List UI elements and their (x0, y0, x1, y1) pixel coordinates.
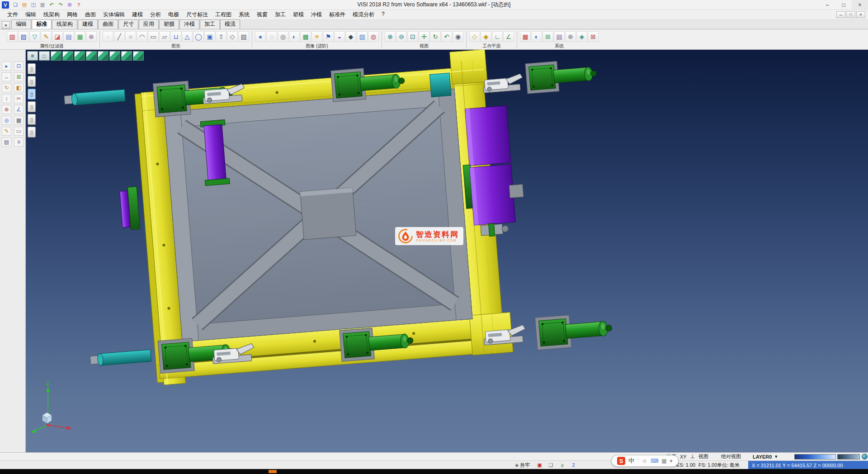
attribute-paint-icon[interactable]: ▧ (7, 31, 18, 42)
plane-icon[interactable]: ▭ (14, 127, 24, 136)
gray-connector[interactable] (509, 184, 524, 198)
saved-view-6[interactable]: ▯ (28, 127, 36, 137)
tab-standard[interactable]: 标准 (32, 19, 52, 29)
flag-tray-icon[interactable]: ▣ (536, 462, 543, 469)
mdi-close-button[interactable]: × (856, 11, 865, 18)
shaded-view-icon[interactable]: ● (255, 31, 266, 42)
tab-machining[interactable]: 加工 (200, 19, 220, 29)
texture-icon[interactable]: ▩ (300, 31, 311, 42)
ime-skin-icon[interactable]: ▦ (661, 458, 666, 464)
plane-xy-icon[interactable]: ◇ (469, 31, 480, 42)
measure-icon[interactable]: ∠ (14, 105, 24, 114)
box-select-icon[interactable]: ⊡ (14, 62, 24, 71)
arc-icon[interactable]: ◠ (137, 31, 147, 42)
dynamic-view-icon[interactable] (133, 51, 144, 61)
maximize-button[interactable]: □ (835, 0, 852, 9)
layer-dropdown-icon[interactable]: ▾ (775, 453, 778, 460)
attribute-copy-icon[interactable]: ▨ (18, 31, 29, 42)
saved-view-4[interactable]: ▯ (28, 101, 36, 112)
teal-cylinder-top-left[interactable] (64, 90, 126, 106)
material-icon[interactable]: ◆ (345, 31, 356, 42)
tab-edit[interactable]: 编辑 (11, 19, 31, 29)
render-icon[interactable]: ◍ (368, 31, 379, 42)
annotate-icon[interactable]: ✎ (2, 127, 11, 136)
globe-icon[interactable]: ◐ (531, 31, 542, 42)
ime-mode-toggle[interactable]: 中 (628, 457, 634, 465)
wireframe-view-icon[interactable]: ◌ (266, 31, 277, 42)
os-taskbar[interactable] (0, 469, 868, 474)
previous-view-icon[interactable]: ↶ (441, 31, 452, 42)
list-icon[interactable]: ≡ (14, 137, 24, 147)
clamp-cylinder-top-right[interactable] (525, 58, 598, 94)
tab-flow[interactable]: 模流 (220, 19, 240, 29)
bottom-view-icon[interactable] (121, 51, 132, 61)
trim-icon[interactable]: ✂ (14, 94, 24, 103)
saved-view-3[interactable]: ▯ (28, 89, 36, 100)
minimize-button[interactable]: – (819, 0, 835, 9)
filter-add-icon[interactable]: ▽ (29, 31, 40, 42)
menu-item[interactable]: 文件 (4, 11, 22, 19)
color-grid-icon[interactable]: ▦ (520, 31, 531, 42)
extrude-icon[interactable]: ⇧ (216, 31, 226, 42)
menu-item[interactable]: 编辑 (22, 11, 40, 19)
sphere-icon[interactable]: ◯ (193, 31, 204, 42)
front-view-icon[interactable] (62, 51, 73, 61)
mdi-minimize-button[interactable]: – (836, 11, 845, 18)
clamp-cylinder-bottom-right[interactable] (535, 312, 613, 350)
viewport-layout-icon[interactable]: ≡ (27, 51, 38, 61)
sogou-logo-icon[interactable]: S (617, 457, 625, 465)
left-edge-fitting[interactable] (119, 186, 140, 230)
tab-application[interactable]: 应用 (139, 19, 159, 29)
menu-item[interactable]: ? (378, 11, 388, 19)
ime-menu-icon[interactable]: ▾ (670, 458, 673, 464)
single-viewport-icon[interactable]: □ (39, 51, 50, 61)
purple-clamp-block-upper[interactable] (465, 106, 511, 166)
flag-icon[interactable]: ⚑ (323, 31, 334, 42)
camera-icon[interactable]: ◉ (453, 31, 463, 42)
delete-icon[interactable]: ⊗ (2, 105, 11, 114)
hidden-line-icon[interactable]: ◎ (278, 31, 288, 42)
dimension-icon[interactable]: ◎ (2, 116, 11, 125)
help-icon[interactable]: ? (75, 1, 83, 9)
save-icon[interactable]: ◫ (29, 1, 38, 9)
line-icon[interactable]: ╱ (114, 31, 125, 42)
menu-item[interactable]: 工程图 (212, 11, 235, 19)
ime-emoji-icon[interactable]: ☺ (642, 458, 647, 464)
material-swatch[interactable] (837, 454, 860, 460)
plane-angle-icon[interactable]: ∠ (503, 31, 514, 42)
menu-item[interactable]: 冲模 (307, 11, 326, 19)
color-filter-icon[interactable]: ▦ (75, 31, 85, 42)
plane-axis-icon[interactable]: ∟ (492, 31, 503, 42)
close-button[interactable]: × (852, 0, 868, 9)
open-file-icon[interactable]: ▤ (20, 1, 28, 9)
menu-item[interactable]: 电极 (165, 11, 183, 19)
cone-icon[interactable]: △ (182, 31, 193, 42)
taskbar-app-icon[interactable] (269, 470, 277, 473)
mirror-icon[interactable]: ◧ (14, 83, 24, 92)
menu-item[interactable]: 线架构 (40, 11, 63, 19)
rotate-icon[interactable]: ↻ (2, 83, 11, 92)
settings-icon[interactable]: ⊛ (565, 31, 576, 42)
clipboard-icon[interactable]: ⊞ (66, 1, 74, 9)
polygon-icon[interactable]: ▱ (159, 31, 170, 42)
cad-viewport[interactable]: Z ≡□ ▯▯▯ (26, 50, 868, 452)
tab-dimension[interactable]: 尺寸 (118, 19, 138, 29)
hatch-icon[interactable]: ▨ (238, 31, 249, 42)
layer-filter-icon[interactable]: ▤ (63, 31, 74, 42)
menu-item[interactable]: 建模 (128, 11, 146, 19)
tab-overflow-dropdown[interactable]: ▾ (2, 21, 10, 29)
section-icon[interactable]: ◒ (334, 31, 345, 42)
plane-fit-icon[interactable]: ◆ (481, 31, 491, 42)
display-mode-globe-icon[interactable] (862, 454, 868, 460)
ime-keyboard-icon[interactable]: ⌨ (651, 458, 658, 464)
stretch-icon[interactable]: ↕ (2, 94, 11, 103)
exit-icon[interactable]: ⊠ (588, 31, 599, 42)
background-icon[interactable]: ▧ (357, 31, 368, 42)
box-icon[interactable]: ▣ (204, 31, 215, 42)
filter-edit-icon[interactable]: ✎ (41, 31, 52, 42)
tab-modeling[interactable]: 建模 (78, 19, 98, 29)
snapshot-icon[interactable]: ◈ (576, 31, 587, 42)
move-icon[interactable]: ↔ (2, 72, 11, 81)
teal-block[interactable] (429, 73, 451, 97)
axis-lock-cell[interactable]: ⊥ (690, 453, 695, 460)
